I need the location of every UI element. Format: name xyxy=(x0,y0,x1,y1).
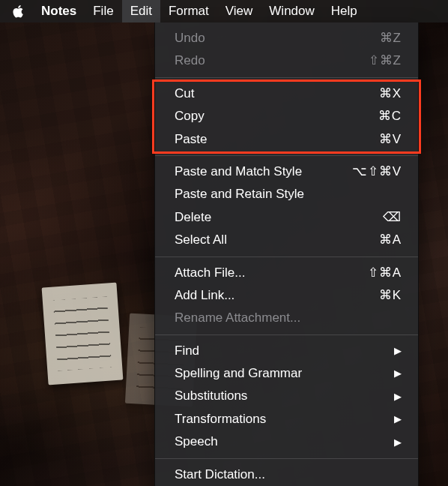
menu-item-shortcut: ⌘K xyxy=(379,288,402,303)
menu-item-label: Paste and Match Style xyxy=(175,164,352,179)
menu-item-label: Copy xyxy=(175,109,378,124)
menu-item-label: Find xyxy=(175,344,388,358)
menu-item-shortcut: ⌘V xyxy=(379,132,402,147)
menu-item-start-dictation[interactable]: Start Dictation... xyxy=(155,464,418,486)
menu-app-name[interactable]: Notes xyxy=(33,0,85,22)
submenu-arrow-icon: ▶ xyxy=(394,436,402,448)
menu-item-label: Paste xyxy=(175,132,379,147)
menu-item-undo: Undo⌘Z xyxy=(155,27,418,50)
menu-item-shortcut: ⌘X xyxy=(379,86,402,101)
menu-item-shortcut: ⇧⌘Z xyxy=(369,53,402,68)
menu-view[interactable]: View xyxy=(217,0,261,22)
menu-item-redo: Redo⇧⌘Z xyxy=(155,50,418,72)
menu-item-shortcut: ⌘Z xyxy=(380,31,402,46)
menu-file[interactable]: File xyxy=(85,0,121,22)
edit-dropdown-menu: Undo⌘ZRedo⇧⌘ZCut⌘XCopy⌘CPaste⌘VPaste and… xyxy=(154,22,419,486)
menu-item-label: Redo xyxy=(175,53,369,68)
menu-item-shortcut: ⌫ xyxy=(383,210,402,225)
menu-item-transformations[interactable]: Transformations▶ xyxy=(155,408,418,430)
menu-item-attach-file[interactable]: Attach File...⇧⌘A xyxy=(155,262,418,284)
menu-help[interactable]: Help xyxy=(323,0,366,22)
menu-item-shortcut: ⌘C xyxy=(378,109,402,124)
menu-item-label: Paste and Retain Style xyxy=(175,187,402,202)
menu-item-label: Rename Attachment... xyxy=(175,310,402,326)
menu-item-shortcut: ⇧⌘A xyxy=(368,266,402,280)
wallpaper-paper-note xyxy=(42,283,124,386)
menu-item-speech[interactable]: Speech▶ xyxy=(155,430,418,453)
menu-item-label: Speech xyxy=(175,434,388,449)
menu-item-paste-retain-style[interactable]: Paste and Retain Style xyxy=(155,183,418,206)
menu-item-spelling-grammar[interactable]: Spelling and Grammar▶ xyxy=(155,362,418,385)
submenu-arrow-icon: ▶ xyxy=(394,413,402,425)
menu-separator xyxy=(155,155,418,156)
menu-item-label: Spelling and Grammar xyxy=(175,366,388,381)
menu-item-label: Transformations xyxy=(175,412,388,427)
menu-item-paste[interactable]: Paste⌘V xyxy=(155,128,418,151)
menu-item-label: Add Link... xyxy=(175,288,379,303)
menu-edit[interactable]: Edit xyxy=(122,0,160,22)
menu-item-label: Delete xyxy=(175,210,383,225)
submenu-arrow-icon: ▶ xyxy=(394,345,402,357)
menu-item-shortcut: ⌥⇧⌘V xyxy=(352,164,402,179)
menu-item-find[interactable]: Find▶ xyxy=(155,340,418,362)
menu-item-paste-match-style[interactable]: Paste and Match Style⌥⇧⌘V xyxy=(155,160,418,183)
menu-item-select-all[interactable]: Select All⌘A xyxy=(155,229,418,251)
apple-menu[interactable] xyxy=(12,4,33,18)
menu-item-label: Cut xyxy=(175,86,379,101)
menu-item-shortcut: ⌘A xyxy=(379,232,402,248)
menu-item-label: Undo xyxy=(175,31,380,46)
menu-separator xyxy=(155,334,418,335)
menu-item-delete[interactable]: Delete⌫ xyxy=(155,206,418,229)
submenu-arrow-icon: ▶ xyxy=(394,368,402,380)
menu-item-label: Start Dictation... xyxy=(175,467,402,482)
menu-window[interactable]: Window xyxy=(261,0,322,22)
menu-item-cut[interactable]: Cut⌘X xyxy=(155,82,418,105)
menu-separator xyxy=(155,256,418,257)
menu-item-add-link[interactable]: Add Link...⌘K xyxy=(155,284,418,307)
menu-item-label: Substitutions xyxy=(175,388,388,404)
menu-bar: Notes File Edit Format View Window Help xyxy=(0,0,448,22)
menu-item-label: Select All xyxy=(175,232,379,248)
menu-separator xyxy=(155,77,418,78)
menu-item-substitutions[interactable]: Substitutions▶ xyxy=(155,385,418,407)
menu-item-rename-attachment: Rename Attachment... xyxy=(155,307,418,329)
menu-item-label: Attach File... xyxy=(175,266,368,280)
menu-format[interactable]: Format xyxy=(160,0,217,22)
menu-separator xyxy=(155,458,418,459)
menu-item-copy[interactable]: Copy⌘C xyxy=(155,105,418,128)
submenu-arrow-icon: ▶ xyxy=(394,391,402,403)
apple-logo-icon xyxy=(12,4,25,18)
